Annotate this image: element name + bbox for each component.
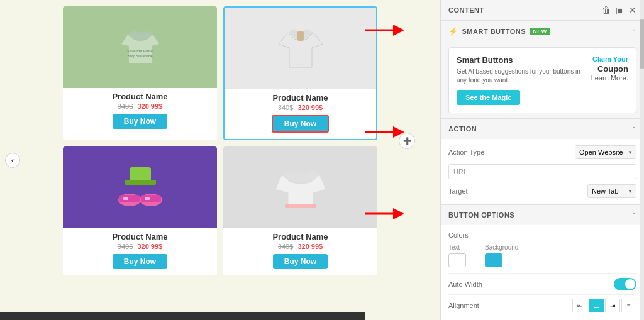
action-chevron: ⌃ [631, 126, 636, 133]
url-prefix-label: URL [453, 168, 467, 175]
coupon-text: Coupon [597, 64, 628, 74]
green-shirt-svg: Save the Planet Shop Sustainable [115, 22, 165, 72]
claim-coupon-line1[interactable]: Claim Your [591, 55, 628, 63]
left-panel: ‹ Save the Planet Shop Sustainable Produ… [0, 0, 440, 320]
add-product-btn[interactable]: ✚ [399, 133, 415, 149]
button-options-header[interactable]: BUTTON OPTIONS ⌃ [441, 205, 644, 225]
see-magic-button[interactable]: See the Magic [457, 90, 520, 105]
panel-close-btn[interactable]: ✕ [629, 5, 636, 15]
buy-btn-1[interactable]: Buy Now [113, 114, 167, 129]
product-prices-3: 340$ 320 99$ [63, 243, 217, 250]
text-color-swatch[interactable] [448, 253, 466, 267]
old-price-3: 340$ [118, 243, 133, 250]
product-image-3 [63, 146, 217, 228]
product-name-3: Product Name [63, 232, 217, 241]
new-price-4: 320 99$ [297, 243, 323, 250]
card-toolbar: ✓ 🗑 □ [278, 6, 323, 8]
align-justify-btn[interactable]: ≡ [621, 299, 636, 312]
product-image-1: Save the Planet Shop Sustainable [63, 6, 217, 88]
purple-shoes-svg [112, 162, 169, 212]
action-type-label: Action Type [448, 148, 484, 156]
target-row: Target New Tab Same Tab [448, 184, 636, 198]
action-type-wrapper: Open Website Email Phone [575, 145, 636, 159]
text-color-item: Text [448, 244, 466, 267]
auto-width-toggle[interactable] [614, 278, 636, 290]
svg-rect-2 [297, 31, 304, 41]
product-card-4: Product Name 340$ 320 99$ Buy Now [223, 146, 377, 275]
white-shirt-svg [275, 20, 326, 77]
smart-buttons-desc: Get AI based suggestions for your button… [457, 67, 585, 85]
sweatshirt-svg [272, 159, 329, 216]
panel-trash-btn[interactable]: 🗑 [602, 5, 611, 15]
text-color-label: Text [448, 244, 466, 251]
panel-header: CONTENT 🗑 ▣ ✕ [441, 0, 644, 21]
target-select[interactable]: New Tab Same Tab [587, 184, 636, 198]
smart-buttons-section: ⚡ SMART BUTTONS NEW ⌃ Smart Buttons Get … [441, 21, 644, 119]
svg-rect-4 [125, 180, 156, 185]
bg-color-label: Background [485, 244, 518, 251]
color-row: Text Background [448, 244, 636, 267]
old-price-1: 340$ [118, 102, 133, 110]
product-name-1: Product Name [63, 92, 217, 101]
align-right-btn[interactable]: ⇥ [605, 299, 620, 312]
align-buttons: ⇤ ☰ ⇥ ≡ [572, 299, 636, 312]
smart-buttons-title: ⚡ SMART BUTTONS NEW [448, 27, 550, 36]
lightning-icon: ⚡ [448, 27, 458, 36]
svg-rect-9 [123, 197, 128, 200]
button-options-content: Colors Text Background Auto Width [441, 225, 644, 320]
buy-btn-4[interactable]: Buy Now [273, 254, 328, 269]
scrollbar-thumb[interactable] [640, 19, 644, 69]
old-price-4: 340$ [278, 243, 293, 250]
new-price-1: 320 99$ [137, 102, 162, 110]
action-type-row: Action Type Open Website Email Phone [448, 145, 636, 159]
target-label: Target [448, 187, 468, 195]
action-content: Action Type Open Website Email Phone URL [441, 139, 644, 204]
buy-btn-3[interactable]: Buy Now [113, 254, 167, 269]
product-prices-1: 340$ 320 99$ [63, 102, 217, 110]
product-grid: Save the Planet Shop Sustainable Product… [31, 6, 409, 275]
svg-rect-10 [145, 197, 150, 200]
buy-btn-2[interactable]: Buy Now [272, 115, 329, 133]
svg-rect-11 [285, 204, 316, 208]
auto-width-row: Auto Width [448, 273, 636, 294]
panel-header-icons: 🗑 ▣ ✕ [602, 5, 636, 15]
button-options-title: BUTTON OPTIONS [448, 211, 514, 219]
smart-buttons-header[interactable]: ⚡ SMART BUTTONS NEW ⌃ [441, 21, 644, 42]
product-name-2: Product Name [225, 93, 376, 102]
product-card-1: Save the Planet Shop Sustainable Product… [63, 6, 217, 140]
product-prices-4: 340$ 320 99$ [223, 243, 377, 250]
product-prices-2: 340$ 320 99$ [225, 104, 376, 111]
new-price-3: 320 99$ [137, 243, 162, 250]
button-options-section: BUTTON OPTIONS ⌃ Colors Text Background [441, 205, 644, 320]
align-left-btn[interactable]: ⇤ [572, 299, 587, 312]
smart-buttons-left: Smart Buttons Get AI based suggestions f… [457, 55, 585, 105]
svg-rect-7 [119, 195, 140, 202]
smart-buttons-right: Claim Your Coupon Learn More. [591, 55, 628, 82]
scrollbar-track [640, 0, 644, 320]
url-input[interactable] [448, 164, 636, 179]
action-header[interactable]: ACTION ⌃ [441, 119, 644, 139]
learn-more-link[interactable]: Learn More. [591, 74, 628, 82]
panel-duplicate-btn[interactable]: ▣ [616, 5, 624, 15]
smart-buttons-box: Smart Buttons Get AI based suggestions f… [448, 47, 636, 113]
svg-rect-8 [141, 195, 161, 202]
alignment-label: Alignment [448, 302, 479, 309]
panel-title: CONTENT [448, 6, 484, 14]
bg-color-item: Background [485, 244, 518, 267]
alignment-row: Alignment ⇤ ☰ ⇥ ≡ [448, 294, 636, 316]
product-image-2 [225, 8, 376, 89]
colors-label: Colors [448, 231, 636, 239]
action-section: ACTION ⌃ Action Type Open Website Email … [441, 119, 644, 205]
action-type-select[interactable]: Open Website Email Phone [575, 145, 636, 159]
old-price-2: 340$ [278, 104, 293, 111]
product-image-4 [223, 146, 377, 228]
bg-color-swatch[interactable] [485, 253, 502, 267]
align-center-btn[interactable]: ☰ [589, 299, 604, 312]
right-panel-inner: ⚡ SMART BUTTONS NEW ⌃ Smart Buttons Get … [441, 21, 644, 320]
product-card-3: Product Name 340$ 320 99$ Buy Now [63, 146, 217, 275]
right-panel: CONTENT 🗑 ▣ ✕ ⚡ SMART BUTTONS NEW ⌃ Smar… [440, 0, 644, 320]
product-card-2: ✓ 🗑 □ Product Name 340$ 320 99$ Buy N [223, 6, 377, 140]
target-select-wrapper: New Tab Same Tab [587, 184, 636, 198]
svg-rect-3 [130, 167, 151, 181]
products-area: Save the Planet Shop Sustainable Product… [6, 6, 434, 275]
